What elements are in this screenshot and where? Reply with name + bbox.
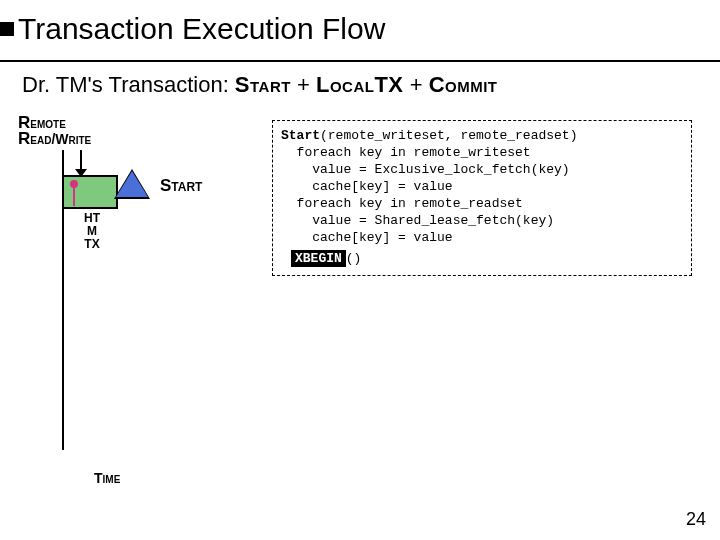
remote-emote: emote — [30, 115, 66, 131]
subtitle-commit: Commit — [429, 72, 498, 97]
code-l3: value = Exclusive_lock_fetch(key) — [281, 162, 570, 177]
subtitle-plus2: + — [404, 72, 429, 97]
xbegin-badge: XBEGIN — [291, 250, 346, 267]
remote-ead: ead — [30, 131, 51, 147]
code-l1b: (remote_writeset, remote_readset) — [320, 128, 577, 143]
remote-r2: R — [18, 129, 30, 148]
code-l4: cache[key] = value — [281, 179, 453, 194]
start-pseudocode-box: Start(remote_writeset, remote_readset) f… — [272, 120, 692, 276]
subtitle: Dr. TM's Transaction: Start + LocalTX + … — [22, 72, 498, 98]
remote-slashw: /W — [51, 131, 68, 147]
code-l6: value = Shared_lease_fetch(key) — [281, 213, 554, 228]
title-accent-square — [0, 22, 14, 36]
code-xbegin-row: XBEGIN() — [291, 250, 683, 267]
marker-dash — [73, 186, 75, 206]
subtitle-prefix: Dr. TM's Transaction: — [22, 72, 235, 97]
htm-tx-label: HT M TX — [78, 212, 106, 251]
htm-l3: TX — [78, 238, 106, 251]
subtitle-start: Start — [235, 72, 291, 97]
code-l7: cache[key] = value — [281, 230, 453, 245]
time-axis-label: Time — [94, 470, 120, 486]
slide-title: Transaction Execution Flow — [18, 12, 385, 46]
code-start-kw: Start — [281, 128, 320, 143]
code-l2: foreach key in remote_writeset — [281, 145, 531, 160]
time-text: Time — [94, 470, 120, 486]
start-triangle-icon — [116, 171, 148, 197]
code-l5: foreach key in remote_readset — [281, 196, 523, 211]
subtitle-localtx: LocalTX — [316, 72, 404, 97]
remote-rw-label: Remote Read/Write — [18, 115, 91, 147]
start-label: Start — [160, 176, 202, 196]
title-divider — [0, 60, 720, 62]
remote-rite: rite — [69, 131, 92, 147]
page-number: 24 — [686, 509, 706, 530]
start-label-text: Start — [160, 176, 202, 195]
subtitle-plus1: + — [291, 72, 316, 97]
xbegin-parens: () — [346, 251, 362, 266]
